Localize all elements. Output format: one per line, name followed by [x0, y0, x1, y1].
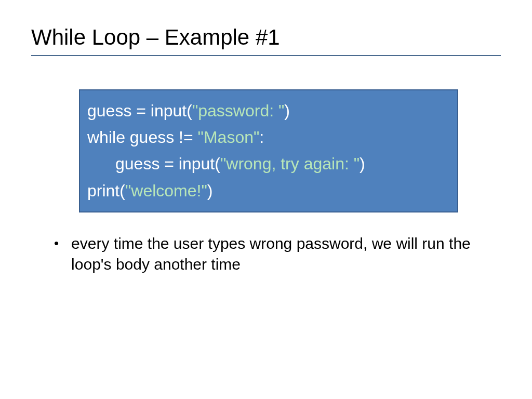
code-text: ): [360, 154, 365, 173]
code-line-1: guess = input("password: "): [87, 98, 450, 124]
title-underline: [31, 55, 501, 56]
bullet-item: • every time the user types wrong passwo…: [54, 233, 501, 275]
code-text: guess = input(: [115, 154, 220, 173]
code-string: "welcome!": [125, 181, 207, 200]
code-string: "password: ": [192, 101, 284, 120]
bullet-dot-icon: •: [54, 234, 59, 252]
code-string: "Mason": [198, 128, 260, 147]
code-text: print(: [87, 181, 125, 200]
code-text: while guess !=: [87, 128, 198, 147]
code-line-2: while guess != "Mason":: [87, 124, 450, 151]
code-example-box: guess = input("password: ") while guess …: [79, 89, 458, 212]
slide-title: While Loop – Example #1: [31, 25, 501, 50]
code-text: ): [207, 181, 213, 200]
code-text: ): [284, 101, 290, 120]
code-string: "wrong, try again: ": [220, 154, 360, 173]
code-text: :: [259, 128, 264, 147]
code-text: guess = input(: [87, 101, 192, 120]
code-line-4: print("welcome!"): [87, 178, 450, 204]
bullet-list: • every time the user types wrong passwo…: [31, 233, 501, 275]
bullet-text: every time the user types wrong password…: [71, 233, 501, 275]
code-line-3: guess = input("wrong, try again: "): [87, 151, 450, 177]
slide-container: While Loop – Example #1 guess = input("p…: [0, 0, 532, 300]
